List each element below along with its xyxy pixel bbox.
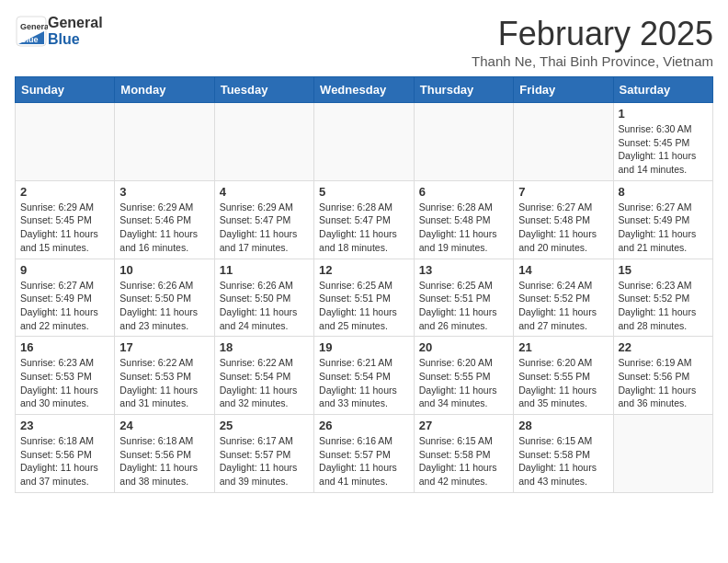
calendar-cell: 17Sunrise: 6:22 AM Sunset: 5:53 PM Dayli… [115, 337, 214, 415]
calendar-cell [16, 103, 115, 181]
calendar-cell: 15Sunrise: 6:23 AM Sunset: 5:52 PM Dayli… [613, 259, 713, 337]
calendar-cell: 20Sunrise: 6:20 AM Sunset: 5:55 PM Dayli… [414, 337, 513, 415]
day-info: Sunrise: 6:28 AM Sunset: 5:47 PM Dayligh… [319, 201, 409, 255]
location: Thanh Ne, Thai Binh Province, Vietnam [472, 53, 713, 69]
calendar-cell: 27Sunrise: 6:15 AM Sunset: 5:58 PM Dayli… [414, 415, 513, 493]
day-info: Sunrise: 6:24 AM Sunset: 5:52 PM Dayligh… [518, 279, 608, 333]
day-number: 2 [20, 185, 109, 199]
day-info: Sunrise: 6:29 AM Sunset: 5:47 PM Dayligh… [220, 201, 309, 255]
day-info: Sunrise: 6:18 AM Sunset: 5:56 PM Dayligh… [20, 434, 109, 488]
day-number: 14 [518, 263, 608, 277]
weekday-header-wednesday: Wednesday [314, 77, 415, 103]
day-number: 7 [518, 185, 608, 199]
calendar-cell [514, 103, 613, 181]
calendar-cell: 16Sunrise: 6:23 AM Sunset: 5:53 PM Dayli… [16, 337, 115, 415]
day-info: Sunrise: 6:22 AM Sunset: 5:53 PM Dayligh… [119, 356, 209, 410]
weekday-header-monday: Monday [115, 77, 214, 103]
day-info: Sunrise: 6:21 AM Sunset: 5:54 PM Dayligh… [319, 356, 409, 410]
calendar-week-3: 9Sunrise: 6:27 AM Sunset: 5:49 PM Daylig… [16, 259, 713, 337]
day-number: 11 [220, 263, 309, 277]
day-number: 8 [619, 185, 709, 199]
calendar-cell: 18Sunrise: 6:22 AM Sunset: 5:54 PM Dayli… [214, 337, 313, 415]
logo-general: General [48, 15, 103, 31]
day-info: Sunrise: 6:29 AM Sunset: 5:46 PM Dayligh… [119, 201, 209, 255]
calendar-cell: 4Sunrise: 6:29 AM Sunset: 5:47 PM Daylig… [214, 180, 313, 259]
month-title: February 2025 [472, 15, 713, 53]
day-number: 17 [119, 340, 209, 354]
calendar-cell: 7Sunrise: 6:27 AM Sunset: 5:48 PM Daylig… [514, 180, 613, 259]
day-number: 6 [419, 185, 508, 199]
calendar-cell: 8Sunrise: 6:27 AM Sunset: 5:49 PM Daylig… [613, 180, 713, 259]
day-number: 25 [220, 419, 309, 432]
day-info: Sunrise: 6:27 AM Sunset: 5:49 PM Dayligh… [619, 201, 709, 255]
day-number: 24 [119, 419, 209, 432]
calendar-week-2: 2Sunrise: 6:29 AM Sunset: 5:45 PM Daylig… [16, 180, 713, 259]
day-info: Sunrise: 6:23 AM Sunset: 5:53 PM Dayligh… [20, 356, 109, 410]
day-info: Sunrise: 6:29 AM Sunset: 5:45 PM Dayligh… [20, 201, 109, 255]
day-number: 23 [20, 419, 109, 432]
calendar-cell [613, 415, 713, 493]
calendar-cell [314, 103, 415, 181]
calendar-cell: 11Sunrise: 6:26 AM Sunset: 5:50 PM Dayli… [214, 259, 313, 337]
calendar-cell: 6Sunrise: 6:28 AM Sunset: 5:48 PM Daylig… [414, 180, 513, 259]
day-info: Sunrise: 6:27 AM Sunset: 5:49 PM Dayligh… [20, 279, 109, 333]
weekday-header-tuesday: Tuesday [214, 77, 313, 103]
day-number: 9 [20, 263, 109, 277]
calendar-cell: 14Sunrise: 6:24 AM Sunset: 5:52 PM Dayli… [514, 259, 613, 337]
day-info: Sunrise: 6:25 AM Sunset: 5:51 PM Dayligh… [419, 279, 508, 333]
day-number: 12 [319, 263, 409, 277]
logo-text: General Blue [48, 15, 103, 48]
day-info: Sunrise: 6:15 AM Sunset: 5:58 PM Dayligh… [518, 434, 608, 488]
logo-blue: Blue [48, 31, 103, 48]
logo-icon: General Blue [15, 15, 48, 48]
day-info: Sunrise: 6:25 AM Sunset: 5:51 PM Dayligh… [319, 279, 409, 333]
day-number: 19 [319, 340, 409, 354]
day-number: 18 [220, 340, 309, 354]
day-info: Sunrise: 6:20 AM Sunset: 5:55 PM Dayligh… [518, 356, 608, 410]
calendar-cell: 26Sunrise: 6:16 AM Sunset: 5:57 PM Dayli… [314, 415, 415, 493]
calendar-cell: 2Sunrise: 6:29 AM Sunset: 5:45 PM Daylig… [16, 180, 115, 259]
calendar-cell: 19Sunrise: 6:21 AM Sunset: 5:54 PM Dayli… [314, 337, 415, 415]
page-header: General Blue General Blue February 2025 … [15, 15, 713, 69]
weekday-header-friday: Friday [514, 77, 613, 103]
calendar-cell: 21Sunrise: 6:20 AM Sunset: 5:55 PM Dayli… [514, 337, 613, 415]
day-info: Sunrise: 6:20 AM Sunset: 5:55 PM Dayligh… [419, 356, 508, 410]
day-info: Sunrise: 6:16 AM Sunset: 5:57 PM Dayligh… [319, 434, 409, 488]
calendar-cell: 13Sunrise: 6:25 AM Sunset: 5:51 PM Dayli… [414, 259, 513, 337]
calendar-cell [214, 103, 313, 181]
day-info: Sunrise: 6:22 AM Sunset: 5:54 PM Dayligh… [220, 356, 309, 410]
day-info: Sunrise: 6:30 AM Sunset: 5:45 PM Dayligh… [619, 122, 709, 177]
day-info: Sunrise: 6:27 AM Sunset: 5:48 PM Dayligh… [518, 201, 608, 255]
calendar-cell: 24Sunrise: 6:18 AM Sunset: 5:56 PM Dayli… [115, 415, 214, 493]
day-number: 10 [119, 263, 209, 277]
day-info: Sunrise: 6:23 AM Sunset: 5:52 PM Dayligh… [619, 279, 709, 333]
calendar-cell: 25Sunrise: 6:17 AM Sunset: 5:57 PM Dayli… [214, 415, 313, 493]
calendar-cell: 23Sunrise: 6:18 AM Sunset: 5:56 PM Dayli… [16, 415, 115, 493]
day-info: Sunrise: 6:17 AM Sunset: 5:57 PM Dayligh… [220, 434, 309, 488]
day-info: Sunrise: 6:19 AM Sunset: 5:56 PM Dayligh… [619, 356, 709, 410]
logo: General Blue General Blue [15, 15, 103, 48]
weekday-header-thursday: Thursday [414, 77, 513, 103]
day-number: 1 [619, 107, 709, 121]
day-number: 28 [518, 419, 608, 432]
calendar-cell: 9Sunrise: 6:27 AM Sunset: 5:49 PM Daylig… [16, 259, 115, 337]
day-number: 20 [419, 340, 508, 354]
svg-text:General: General [20, 22, 48, 31]
weekday-header-saturday: Saturday [613, 77, 713, 103]
calendar-cell: 3Sunrise: 6:29 AM Sunset: 5:46 PM Daylig… [115, 180, 214, 259]
day-number: 21 [518, 340, 608, 354]
day-number: 4 [220, 185, 309, 199]
day-info: Sunrise: 6:26 AM Sunset: 5:50 PM Dayligh… [119, 279, 209, 333]
day-info: Sunrise: 6:15 AM Sunset: 5:58 PM Dayligh… [419, 434, 508, 488]
calendar-cell: 1Sunrise: 6:30 AM Sunset: 5:45 PM Daylig… [613, 103, 713, 181]
day-number: 15 [619, 263, 709, 277]
calendar-week-1: 1Sunrise: 6:30 AM Sunset: 5:45 PM Daylig… [16, 103, 713, 181]
calendar-cell: 28Sunrise: 6:15 AM Sunset: 5:58 PM Dayli… [514, 415, 613, 493]
calendar-cell [115, 103, 214, 181]
day-info: Sunrise: 6:18 AM Sunset: 5:56 PM Dayligh… [119, 434, 209, 488]
day-number: 27 [419, 419, 508, 432]
calendar-cell [414, 103, 513, 181]
day-number: 26 [319, 419, 409, 432]
title-block: February 2025 Thanh Ne, Thai Binh Provin… [472, 15, 713, 69]
day-number: 5 [319, 185, 409, 199]
